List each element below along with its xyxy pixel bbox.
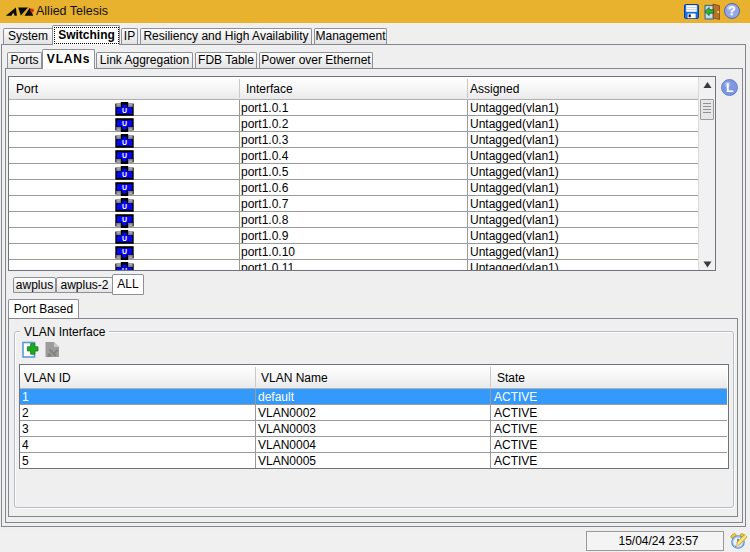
svg-text:U: U [122, 184, 127, 191]
svg-text:U: U [122, 248, 127, 255]
svg-text:U: U [122, 171, 127, 178]
svg-text:U: U [122, 235, 127, 242]
svg-text:U: U [122, 203, 127, 210]
svg-text:?: ? [728, 4, 735, 18]
svg-text:L: L [726, 81, 733, 95]
svg-text:U: U [122, 139, 127, 146]
svg-text:U: U [122, 216, 127, 223]
svg-text:U: U [122, 267, 127, 270]
svg-text:U: U [122, 120, 127, 127]
svg-text:U: U [122, 107, 127, 114]
svg-text:U: U [122, 152, 127, 159]
